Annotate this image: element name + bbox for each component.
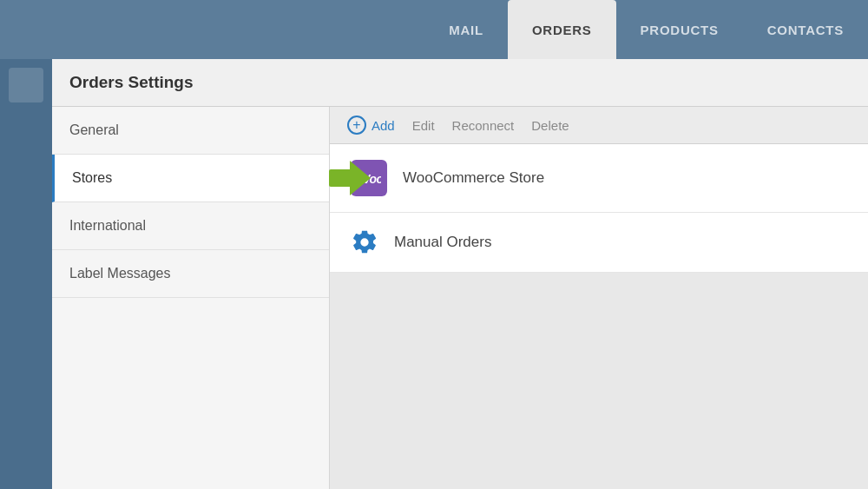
sidebar-item-label-messages[interactable]: Label Messages — [52, 250, 329, 298]
add-button[interactable]: + Add — [347, 116, 395, 135]
list-item[interactable]: Woo WooCommerce Store — [330, 144, 868, 213]
tab-contacts[interactable]: CONTACTS — [743, 0, 868, 59]
reconnect-button[interactable]: Reconnect — [452, 118, 515, 133]
panel-title: Orders Settings — [69, 73, 194, 91]
active-arrow-indicator — [329, 161, 371, 195]
tab-orders[interactable]: ORDERS — [508, 0, 616, 59]
store-name: WooCommerce Store — [403, 169, 544, 187]
sidebar-item-stores[interactable]: Stores — [52, 155, 329, 202]
store-list: Woo WooCommerce Store Manual Orders — [330, 144, 868, 273]
sidebar-decoration — [9, 68, 43, 102]
tab-products[interactable]: PRODUCTS — [616, 0, 743, 59]
settings-sidebar: General Stores International Label Messa… — [52, 107, 330, 489]
left-sidebar-strip — [0, 59, 52, 489]
add-icon: + — [347, 116, 366, 135]
right-content: + Add Edit Reconnect Delete Woo WooComme… — [330, 107, 868, 489]
delete-button[interactable]: Delete — [531, 118, 569, 133]
toolbar: + Add Edit Reconnect Delete — [330, 107, 868, 144]
tab-mail[interactable]: MAIL — [424, 0, 508, 59]
list-item[interactable]: Manual Orders — [330, 213, 868, 273]
content-area: General Stores International Label Messa… — [52, 107, 868, 489]
top-nav: MAIL ORDERS PRODUCTS CONTACTS — [0, 0, 868, 59]
sidebar-item-general[interactable]: General — [52, 107, 329, 155]
main-panel: Orders Settings General Stores Internati… — [52, 59, 868, 489]
arrow-body — [329, 169, 350, 187]
sidebar-item-international[interactable]: International — [52, 202, 329, 250]
arrow-tip — [350, 161, 371, 195]
panel-header: Orders Settings — [52, 59, 868, 107]
edit-button[interactable]: Edit — [412, 118, 435, 133]
gear-icon — [351, 228, 378, 256]
store-name: Manual Orders — [394, 234, 491, 251]
